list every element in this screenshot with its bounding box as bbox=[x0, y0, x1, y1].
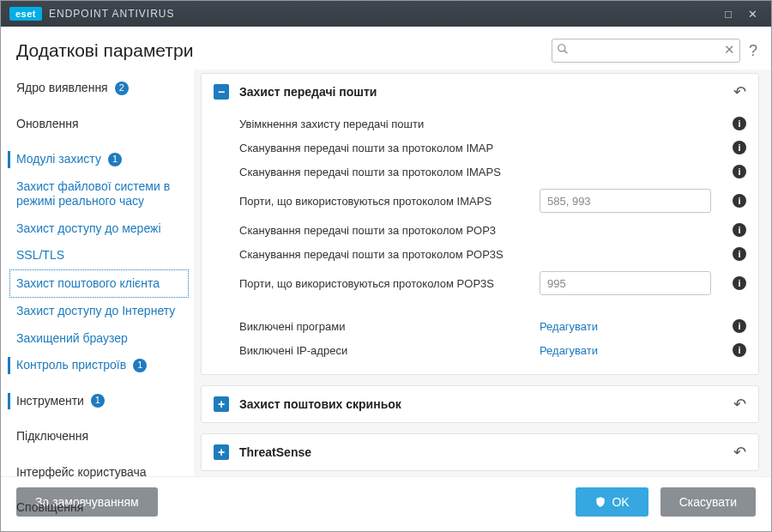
panel-title: ThreatSense bbox=[239, 445, 311, 459]
edit-excluded-ips-link[interactable]: Редагувати bbox=[540, 344, 598, 357]
setting-row: Сканування передачі пошти за протоколом … bbox=[239, 160, 755, 184]
setting-row: Порти, що використовуються протоколом IM… bbox=[239, 184, 755, 218]
badge: 2 bbox=[115, 82, 129, 95]
undo-icon[interactable]: ↶ bbox=[733, 395, 746, 414]
setting-label: Порти, що використовуються протоколом IM… bbox=[239, 195, 540, 208]
sidebar-item-label: Захист поштового клієнта bbox=[16, 276, 160, 292]
sidebar-item-label: Інструменти bbox=[16, 394, 84, 409]
panel-title: Захист передачі пошти bbox=[239, 85, 377, 99]
sidebar-item-connection[interactable]: Підключення bbox=[1, 423, 194, 450]
svg-line-1 bbox=[564, 51, 568, 54]
info-icon[interactable]: i bbox=[733, 141, 746, 154]
setting-row: Виключені програми Редагувати i bbox=[239, 314, 755, 338]
ok-button[interactable]: OK bbox=[576, 487, 648, 517]
content: − Захист передачі пошти ↶ Увімкнення зах… bbox=[194, 70, 771, 476]
sidebar-item-label: Ядро виявлення bbox=[16, 81, 108, 96]
setting-label: Увімкнення захисту передачі пошти bbox=[239, 118, 540, 130]
svg-point-0 bbox=[558, 45, 565, 51]
badge: 1 bbox=[91, 394, 105, 408]
brand-text: ENDPOINT ANTIVIRUS bbox=[49, 8, 174, 20]
sidebar-item-tools[interactable]: Інструменти 1 bbox=[1, 388, 194, 415]
brand-badge: eset bbox=[9, 7, 42, 21]
panel-head[interactable]: + ThreatSense ↶ bbox=[202, 434, 758, 470]
expand-icon[interactable]: + bbox=[214, 396, 229, 412]
sidebar-item-update[interactable]: Оновлення bbox=[1, 111, 194, 138]
undo-icon[interactable]: ↶ bbox=[733, 443, 746, 462]
badge: 1 bbox=[108, 153, 122, 166]
sidebar-item-secure-browser[interactable]: Захищений браузер bbox=[1, 325, 194, 353]
panel-threatsense: + ThreatSense ↶ bbox=[201, 433, 759, 471]
ports-pop3s-input[interactable] bbox=[540, 271, 711, 295]
page-title: Додаткові параметри bbox=[16, 40, 193, 61]
sidebar-item-label: Захист файлової системи в режимі реально… bbox=[16, 179, 182, 209]
ports-imaps-input[interactable] bbox=[540, 189, 711, 213]
panel-title: Захист поштових скриньок bbox=[239, 397, 401, 411]
setting-label: Сканування передачі пошти за протоколом … bbox=[239, 224, 540, 237]
setting-label: Виключені програми bbox=[239, 320, 540, 333]
sidebar-item-detection-core[interactable]: Ядро виявлення 2 bbox=[1, 75, 194, 102]
panel-head[interactable]: + Захист поштових скриньок ↶ bbox=[202, 386, 758, 422]
header: Додаткові параметри ✕ ? bbox=[1, 27, 771, 70]
sidebar-item-notifications[interactable]: Сповіщення bbox=[1, 494, 194, 522]
sidebar-item-label: Захист доступу до мережі bbox=[16, 221, 161, 237]
info-icon[interactable]: i bbox=[733, 276, 746, 290]
info-icon[interactable]: i bbox=[733, 343, 746, 357]
sidebar-item-realtime-fs[interactable]: Захист файлової системи в режимі реально… bbox=[1, 173, 194, 215]
info-icon[interactable]: i bbox=[733, 194, 746, 208]
setting-row: Сканування передачі пошти за протоколом … bbox=[239, 136, 755, 160]
setting-label: Сканування передачі пошти за протоколом … bbox=[239, 248, 540, 261]
panel-body: Увімкнення захисту передачі пошти i Скан… bbox=[202, 110, 758, 374]
sidebar-item-web-access[interactable]: Захист доступу до Інтернету bbox=[1, 298, 194, 325]
sidebar-item-label: Захищений браузер bbox=[16, 331, 128, 347]
cancel-button[interactable]: Скасувати bbox=[660, 487, 756, 517]
sidebar-item-network-access[interactable]: Захист доступу до мережі bbox=[1, 215, 194, 243]
sidebar-item-label: Контроль пристроїв bbox=[16, 358, 126, 373]
expand-icon[interactable]: + bbox=[214, 444, 229, 460]
info-icon[interactable]: i bbox=[733, 247, 746, 261]
setting-row: Увімкнення захисту передачі пошти i bbox=[239, 112, 755, 136]
sidebar-item-ui[interactable]: Інтерфейс користувача bbox=[1, 459, 194, 487]
info-icon[interactable]: i bbox=[733, 117, 746, 130]
info-icon[interactable]: i bbox=[733, 165, 746, 178]
edit-excluded-apps-link[interactable]: Редагувати bbox=[540, 320, 598, 333]
titlebar: eset ENDPOINT ANTIVIRUS □ ✕ bbox=[1, 1, 771, 27]
setting-label: Виключені IP-адреси bbox=[239, 344, 540, 357]
shield-icon bbox=[594, 496, 606, 508]
setting-label: Порти, що використовуються протоколом PO… bbox=[239, 277, 540, 290]
help-icon[interactable]: ? bbox=[749, 42, 757, 60]
panel-head[interactable]: − Захист передачі пошти ↶ bbox=[202, 74, 758, 110]
sidebar-item-label: Захист доступу до Інтернету bbox=[16, 304, 175, 319]
sidebar-item-label: SSL/TLS bbox=[16, 248, 64, 263]
sidebar-item-label: Оновлення bbox=[16, 117, 79, 132]
panel-email-transport: − Захист передачі пошти ↶ Увімкнення зах… bbox=[201, 73, 759, 375]
badge: 1 bbox=[133, 359, 147, 372]
search-wrap: ✕ bbox=[552, 39, 740, 63]
sidebar-item-mail-client[interactable]: Захист поштового клієнта bbox=[9, 269, 189, 299]
sidebar-item-label: Модулі захисту bbox=[16, 152, 101, 167]
sidebar: Ядро виявлення 2 Оновлення Модулі захист… bbox=[1, 70, 194, 476]
setting-label: Сканування передачі пошти за протоколом … bbox=[239, 142, 540, 154]
window-close-icon[interactable]: ✕ bbox=[740, 8, 764, 21]
window-maximize-icon[interactable]: □ bbox=[716, 8, 740, 21]
clear-search-icon[interactable]: ✕ bbox=[724, 42, 735, 57]
setting-row: Виключені IP-адреси Редагувати i bbox=[239, 338, 755, 362]
setting-label: Сканування передачі пошти за протоколом … bbox=[239, 166, 540, 178]
info-icon[interactable]: i bbox=[733, 223, 746, 237]
setting-row: Сканування передачі пошти за протоколом … bbox=[239, 242, 755, 266]
ok-button-label: OK bbox=[612, 495, 629, 509]
sidebar-item-label: Підключення bbox=[16, 429, 88, 444]
setting-row: Порти, що використовуються протоколом PO… bbox=[239, 266, 755, 300]
search-input[interactable] bbox=[552, 39, 740, 63]
collapse-icon[interactable]: − bbox=[214, 84, 229, 100]
sidebar-item-ssl-tls[interactable]: SSL/TLS bbox=[1, 242, 194, 269]
search-icon bbox=[557, 43, 569, 57]
info-icon[interactable]: i bbox=[733, 319, 746, 333]
undo-icon[interactable]: ↶ bbox=[733, 82, 746, 101]
setting-row: Сканування передачі пошти за протоколом … bbox=[239, 218, 755, 242]
sidebar-item-label: Сповіщення bbox=[16, 500, 83, 516]
panel-mailboxes: + Захист поштових скриньок ↶ bbox=[201, 385, 759, 423]
sidebar-item-device-control[interactable]: Контроль пристроїв 1 bbox=[1, 352, 194, 379]
sidebar-item-label: Інтерфейс користувача bbox=[16, 465, 147, 481]
sidebar-item-protection-modules[interactable]: Модулі захисту 1 bbox=[1, 146, 194, 173]
